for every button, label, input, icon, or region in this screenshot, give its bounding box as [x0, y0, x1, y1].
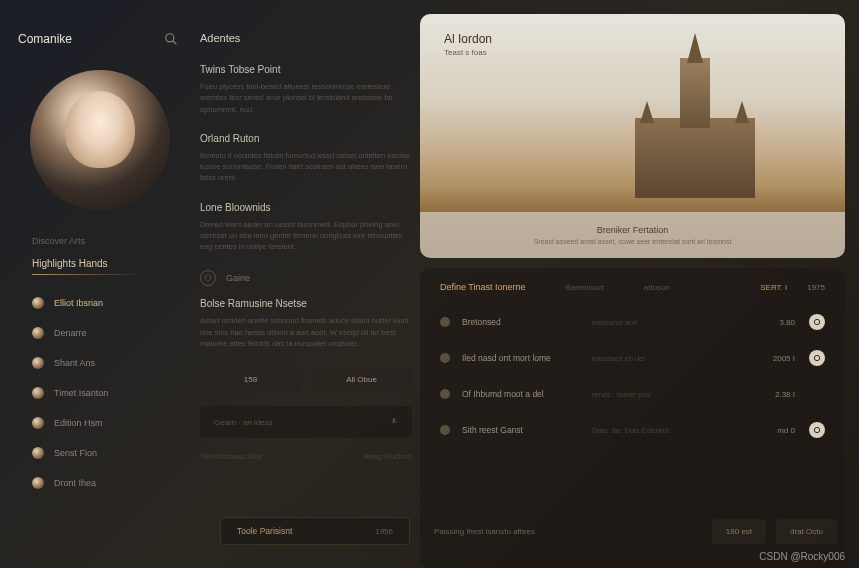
- row-action-icon[interactable]: [809, 314, 825, 330]
- row-dot-icon: [440, 353, 450, 363]
- nav-list: Elliot Ibsrian Denarre Shant Ans Timet I…: [18, 289, 182, 497]
- nav-avatar-icon: [32, 447, 44, 459]
- nav-item-6[interactable]: Dront Ihea: [18, 469, 182, 497]
- mic-icon[interactable]: [390, 416, 398, 428]
- bottom-pill-label: Toole Parisisnt: [237, 526, 292, 536]
- nav-item-3[interactable]: Timet Isanton: [18, 379, 182, 407]
- list-header-r1: SERT. I: [760, 283, 787, 292]
- svg-point-5: [814, 427, 819, 432]
- brand-title: Comanike: [18, 32, 72, 46]
- list-header-col2: Banenisort: [566, 283, 604, 292]
- nav-avatar-icon: [32, 477, 44, 489]
- row-action-empty: [809, 386, 825, 402]
- row-action-icon[interactable]: [809, 422, 825, 438]
- nav-item-4[interactable]: Edition Hsm: [18, 409, 182, 437]
- nav-avatar-icon: [32, 357, 44, 369]
- list-row[interactable]: Sith reest Ganst Date. tar, Dols Edesind…: [440, 412, 825, 448]
- subblock-text: Astart istriden aniete schnond fisenets …: [200, 315, 412, 349]
- input-placeholder: Gearn · an idess: [214, 418, 273, 427]
- nav-item-0[interactable]: Elliot Ibsrian: [18, 289, 182, 317]
- center-button-0[interactable]: 158: [200, 367, 301, 392]
- list-header-col3: attoson: [644, 283, 670, 292]
- bottom-bar: Toole Parisisnt 1956 Paissing ihest lsan…: [220, 516, 837, 546]
- bottom-action-0[interactable]: 180 est: [712, 519, 766, 544]
- center-meta-0: Tiebrillshows Bos: [200, 452, 262, 461]
- nav-item-2[interactable]: Shant Ans: [18, 349, 182, 377]
- block-text-0: Foeu plycess fanl-besed afionest tessonm…: [200, 81, 412, 115]
- bottom-pill-count: 1956: [375, 527, 393, 536]
- hero-card[interactable]: Al Iordon Teast s foas Breniker Fertatio…: [420, 14, 845, 258]
- center-button-1[interactable]: All Obue: [311, 367, 412, 392]
- list-row[interactable]: Iled nasd ont mort lome enostsed eb del …: [440, 340, 825, 376]
- center-input[interactable]: Gearn · an idess: [200, 406, 412, 438]
- block-text-2: Drered leant aeder an oesint tassnmetf. …: [200, 219, 412, 253]
- sidebar: Comanike Discover Arts Highlights Hands …: [0, 0, 200, 568]
- search-icon[interactable]: [160, 28, 182, 50]
- center-column: Adentes Twins Tobse Point Foeu plycess f…: [200, 0, 420, 568]
- bottom-pill[interactable]: Toole Parisisnt 1956: [220, 517, 410, 545]
- block-heading-1: Orland Ruton: [200, 133, 412, 144]
- list-header-r2: 1975: [807, 283, 825, 292]
- center-title: Adentes: [200, 32, 412, 44]
- watermark: CSDN @Rocky006: [759, 551, 845, 562]
- svg-line-1: [173, 41, 177, 45]
- nav-avatar-icon: [32, 297, 44, 309]
- list-header: Define Tinast Ionerne Banenisort attoson…: [440, 282, 825, 292]
- nav-avatar-icon: [32, 327, 44, 339]
- bottom-text: Paissing ihest lsansfo aftees: [424, 527, 698, 536]
- bottom-action-1[interactable]: drat Octo: [776, 519, 837, 544]
- list-header-main: Define Tinast Ionerne: [440, 282, 526, 292]
- sidebar-section-header: Highlights Hands: [32, 258, 182, 269]
- block-heading-2: Lone Bloownids: [200, 202, 412, 213]
- hero-footer-title: Breniker Fertation: [597, 225, 669, 235]
- svg-point-0: [166, 34, 174, 42]
- block-text-1: Benmto it ocuiides fistotn fomortod wssd…: [200, 150, 412, 184]
- icon-row-label: Gaine: [226, 273, 250, 283]
- avatar[interactable]: [30, 70, 170, 210]
- hero-title: Al Iordon: [444, 32, 492, 46]
- nav-item-1[interactable]: Denarre: [18, 319, 182, 347]
- sidebar-sublabel: Discover Arts: [32, 236, 182, 246]
- row-action-icon[interactable]: [809, 350, 825, 366]
- row-dot-icon: [440, 389, 450, 399]
- hero-footer-text: Sreast asseed amat asset, cowe seer ente…: [534, 238, 732, 245]
- svg-rect-2: [393, 418, 395, 422]
- row-dot-icon: [440, 317, 450, 327]
- right-column: Al Iordon Teast s foas Breniker Fertatio…: [420, 0, 859, 568]
- subblock-heading: Bolse Ramusine Nsetse: [200, 298, 412, 309]
- svg-point-3: [814, 319, 819, 324]
- shield-icon: [200, 270, 216, 286]
- svg-point-4: [814, 355, 819, 360]
- hero-footer: Breniker Fertation Sreast asseed amat as…: [420, 212, 845, 258]
- center-meta-1: Besg Rodiors: [364, 452, 412, 461]
- block-heading-0: Twins Tobse Point: [200, 64, 412, 75]
- row-dot-icon: [440, 425, 450, 435]
- castle-illustration: [605, 58, 785, 198]
- nav-item-5[interactable]: Senst Fion: [18, 439, 182, 467]
- list-row[interactable]: Bretonsed metcarse aon 3.80: [440, 304, 825, 340]
- nav-avatar-icon: [32, 417, 44, 429]
- nav-avatar-icon: [32, 387, 44, 399]
- list-row[interactable]: Of Ihbumd moot a del rends : honer pos 2…: [440, 376, 825, 412]
- hero-subtitle: Teast s foas: [444, 48, 487, 57]
